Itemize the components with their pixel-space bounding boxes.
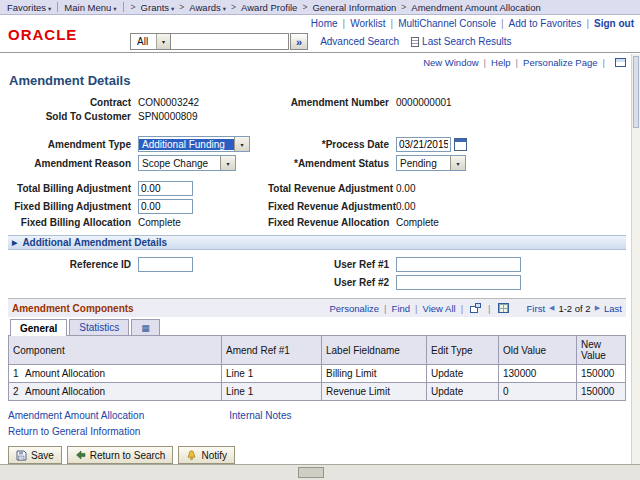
worklist-link[interactable]: Worklist [350, 18, 385, 29]
amendment-type-value: Additional Funding [139, 139, 234, 150]
breadcrumb-awards[interactable]: Awards▾ [187, 2, 228, 13]
advanced-search-link[interactable]: Advanced Search [320, 36, 399, 47]
search-scope-select[interactable]: All ▾ [130, 33, 171, 50]
breadcrumb-general-information[interactable]: General Information [310, 2, 398, 13]
sold-to-customer-value: SPN0000809 [138, 111, 268, 122]
table-header-row: Component Amend Ref #1 Label Fieldname E… [9, 336, 626, 365]
vertical-scrollbar[interactable] [631, 54, 640, 464]
find-link[interactable]: Find [392, 303, 410, 314]
internal-notes-link[interactable]: Internal Notes [229, 410, 291, 421]
horizontal-scrollbar[interactable] [0, 464, 640, 480]
first-link[interactable]: First [527, 303, 545, 314]
breadcrumb-favorites[interactable]: Favorites▾ [5, 2, 53, 13]
divider: | [516, 57, 518, 68]
amendment-number-value: 0000000001 [396, 97, 626, 108]
next-row-icon[interactable]: ▶ [595, 304, 600, 312]
breadcrumb-main-menu[interactable]: Main Menu▾ [62, 2, 118, 13]
process-date-label: *Process Date [268, 139, 396, 150]
multichannel-console-link[interactable]: MultiChannel Console [398, 18, 496, 29]
column-amend-ref-1[interactable]: Amend Ref #1 [222, 336, 322, 365]
chevron-down-icon: ▾ [171, 5, 174, 12]
download-grid-icon[interactable] [498, 303, 509, 313]
fixed-revenue-adjustment-label: Fixed Revenue Adjustment [268, 201, 396, 212]
column-old-value[interactable]: Old Value [499, 336, 577, 365]
breadcrumb-separator: > [179, 2, 184, 12]
personalize-page-link[interactable]: Personalize Page [523, 57, 597, 68]
column-edit-type[interactable]: Edit Type [427, 336, 499, 365]
fixed-billing-adjustment-input[interactable] [138, 199, 193, 214]
fixed-revenue-adjustment-value: 0.00 [396, 201, 626, 212]
amendment-reason-label: Amendment Reason [8, 158, 138, 169]
copy-url-icon[interactable] [615, 58, 626, 67]
sign-out-link[interactable]: Sign out [594, 18, 634, 29]
table-row: 1Amount Allocation Line 1 Billing Limit … [9, 365, 626, 383]
view-all-link[interactable]: View All [423, 303, 456, 314]
horizontal-scrollbar-thumb[interactable] [298, 467, 324, 478]
search-go-button[interactable]: » [290, 33, 308, 50]
column-label-fieldname[interactable]: Label Fieldname [322, 336, 427, 365]
notify-button[interactable]: Notify [178, 446, 235, 464]
chevron-down-icon[interactable]: ▾ [450, 156, 465, 170]
breadcrumb-separator: > [302, 2, 307, 12]
divider: | [391, 18, 394, 29]
calendar-icon[interactable] [454, 138, 467, 151]
footer-links: Amendment Amount Allocation Internal Not… [8, 410, 640, 437]
user-ref-2-input[interactable] [396, 275, 521, 290]
amendment-reason-select[interactable]: Scope Change ▾ [138, 155, 236, 171]
expand-arrow-icon: ▶ [12, 239, 17, 247]
grid-tabs: General Statistics ▦ [8, 317, 626, 335]
new-window-link[interactable]: New Window [423, 57, 478, 68]
contract-label: Contract [8, 97, 138, 108]
divider: | [586, 18, 589, 29]
chevron-down-icon[interactable]: ▾ [156, 34, 170, 49]
return-to-search-label: Return to Search [90, 450, 166, 461]
components-table: Component Amend Ref #1 Label Fieldname E… [8, 335, 626, 401]
cell-edit-type: Update [427, 365, 499, 383]
column-new-value[interactable]: New Value [577, 336, 626, 365]
application-window: Favorites▾ Main Menu▾ > Grants▾ > Awards… [0, 0, 640, 480]
user-ref-1-input[interactable] [396, 257, 521, 272]
cell-label-fieldname: Revenue Limit [322, 383, 427, 401]
column-component[interactable]: Component [9, 336, 222, 365]
amendment-type-select[interactable]: Additional Funding ▾ [138, 136, 250, 152]
last-search-results-link[interactable]: Last Search Results [422, 36, 512, 47]
return-to-search-button[interactable]: Return to Search [67, 446, 174, 464]
chevron-down-icon[interactable]: ▾ [220, 156, 235, 170]
amendment-status-label: *Amendment Status [268, 158, 396, 169]
tab-statistics-label: Statistics [79, 322, 119, 333]
breadcrumb-grants[interactable]: Grants▾ [139, 2, 177, 13]
cell-component: 1Amount Allocation [9, 365, 222, 383]
return-arrow-icon [75, 450, 86, 461]
help-link[interactable]: Help [491, 57, 511, 68]
amendment-amount-allocation-link[interactable]: Amendment Amount Allocation [8, 410, 144, 421]
reference-id-input[interactable] [138, 257, 193, 272]
add-to-favorites-link[interactable]: Add to Favorites [509, 18, 582, 29]
vertical-scrollbar-thumb[interactable] [633, 56, 639, 128]
notify-label: Notify [201, 450, 227, 461]
previous-row-icon[interactable]: ◀ [549, 304, 554, 312]
save-button[interactable]: Save [8, 446, 62, 464]
last-link[interactable]: Last [604, 303, 622, 314]
zoom-grid-icon[interactable] [470, 303, 481, 313]
tab-general[interactable]: General [10, 319, 67, 336]
home-link[interactable]: Home [311, 18, 338, 29]
amendment-status-select[interactable]: Pending ▾ [396, 155, 466, 171]
fixed-billing-allocation-value: Complete [138, 217, 268, 228]
divider: | [484, 57, 486, 68]
reference-id-label: Reference ID [8, 259, 138, 270]
chevron-down-icon[interactable]: ▾ [234, 137, 249, 151]
divider [123, 2, 124, 12]
page-toolbar: New Window| Help| Personalize Page| [0, 53, 640, 68]
additional-amendment-details-section[interactable]: ▶ Additional Amendment Details [8, 235, 626, 250]
breadcrumb-award-profile[interactable]: Award Profile [239, 2, 299, 13]
search-input[interactable] [171, 33, 289, 50]
show-all-columns-tab[interactable]: ▦ [131, 319, 160, 335]
search-results-icon [411, 37, 419, 47]
return-to-general-information-link[interactable]: Return to General Information [8, 426, 140, 437]
tab-statistics[interactable]: Statistics [69, 319, 129, 335]
amendment-components-grid: Amendment Components Personalize| Find| … [8, 298, 626, 401]
grid-columns-icon: ▦ [141, 323, 150, 333]
personalize-link[interactable]: Personalize [329, 303, 379, 314]
process-date-input[interactable] [396, 137, 451, 152]
total-billing-adjustment-input[interactable] [138, 181, 193, 196]
